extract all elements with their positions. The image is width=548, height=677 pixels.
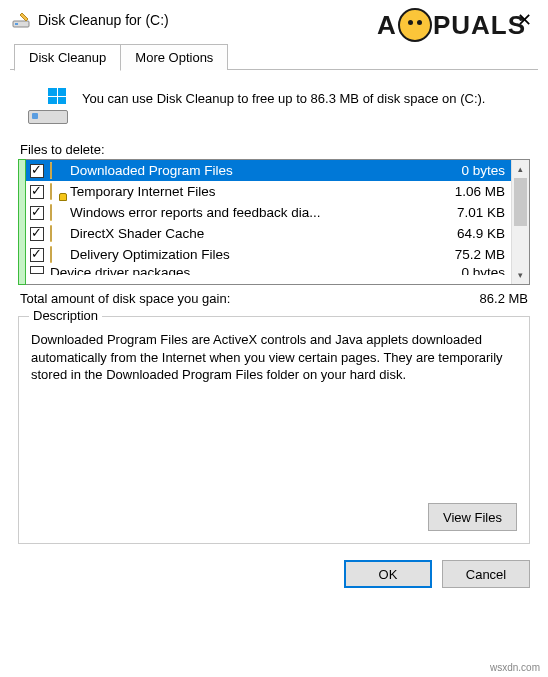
scroll-up-icon[interactable]: ▴ [512, 160, 529, 178]
file-size: 1.06 MB [445, 184, 505, 199]
tab-content: You can use Disk Cleanup to free up to 8… [0, 70, 548, 544]
total-line: Total amount of disk space you gain: 86.… [20, 291, 528, 306]
list-item[interactable]: DirectX Shader Cache 64.9 KB [26, 223, 511, 244]
file-name: Device driver packages [50, 265, 451, 275]
list-item[interactable]: Downloaded Program Files 0 bytes [26, 160, 511, 181]
file-name: Windows error reports and feedback dia..… [70, 205, 447, 220]
file-name: Delivery Optimization Files [70, 247, 445, 262]
list-item[interactable]: Delivery Optimization Files 75.2 MB [26, 244, 511, 265]
title-bar: Disk Cleanup for (C:) ✕ [0, 0, 548, 38]
tab-disk-cleanup[interactable]: Disk Cleanup [14, 44, 121, 71]
description-group: Description Downloaded Program Files are… [18, 316, 530, 544]
view-files-button[interactable]: View Files [428, 503, 517, 531]
drive-icon [28, 88, 68, 128]
total-value: 86.2 MB [480, 291, 528, 306]
file-list-wrap: Downloaded Program Files 0 bytes Tempora… [18, 159, 530, 285]
list-item[interactable]: Windows error reports and feedback dia..… [26, 202, 511, 223]
file-size: 0 bytes [451, 163, 505, 178]
file-list-rows: Downloaded Program Files 0 bytes Tempora… [26, 160, 511, 284]
file-name: Downloaded Program Files [70, 163, 451, 178]
dialog-buttons: OK Cancel [0, 544, 548, 588]
ok-button[interactable]: OK [344, 560, 432, 588]
intro-text: You can use Disk Cleanup to free up to 8… [82, 88, 485, 108]
checkbox[interactable] [30, 164, 44, 178]
scroll-down-icon[interactable]: ▾ [512, 266, 529, 284]
file-name: Temporary Internet Files [70, 184, 445, 199]
list-item[interactable]: Temporary Internet Files 1.06 MB [26, 181, 511, 202]
scroll-track[interactable] [512, 178, 529, 266]
folder-icon [50, 247, 66, 263]
checkbox[interactable] [30, 206, 44, 220]
file-size: 0 bytes [451, 265, 505, 275]
tab-strip: Disk Cleanup More Options [0, 44, 548, 70]
file-list[interactable]: Downloaded Program Files 0 bytes Tempora… [25, 159, 530, 285]
close-icon[interactable]: ✕ [508, 11, 538, 29]
checkbox[interactable] [30, 248, 44, 262]
annotation-highlight [18, 159, 26, 285]
disk-cleanup-icon [12, 11, 30, 29]
checkbox[interactable] [30, 185, 44, 199]
description-heading: Description [29, 308, 102, 323]
footer-credit: wsxdn.com [490, 662, 540, 673]
checkbox[interactable] [30, 227, 44, 241]
intro-row: You can use Disk Cleanup to free up to 8… [28, 88, 520, 128]
folder-icon [50, 226, 66, 242]
description-text: Downloaded Program Files are ActiveX con… [31, 331, 517, 384]
total-label: Total amount of disk space you gain: [20, 291, 480, 306]
list-item[interactable]: Device driver packages 0 bytes [26, 265, 511, 275]
scrollbar[interactable]: ▴ ▾ [511, 160, 529, 284]
folder-icon [50, 163, 66, 179]
cancel-button[interactable]: Cancel [442, 560, 530, 588]
folder-icon [50, 205, 66, 221]
file-size: 64.9 KB [447, 226, 505, 241]
svg-rect-1 [15, 23, 18, 25]
file-name: DirectX Shader Cache [70, 226, 447, 241]
checkbox[interactable] [30, 266, 44, 274]
scroll-thumb[interactable] [514, 178, 527, 226]
files-to-delete-label: Files to delete: [20, 142, 530, 157]
file-size: 7.01 KB [447, 205, 505, 220]
window-title: Disk Cleanup for (C:) [38, 12, 508, 28]
folder-locked-icon [50, 184, 66, 200]
file-size: 75.2 MB [445, 247, 505, 262]
tab-more-options[interactable]: More Options [120, 44, 228, 70]
